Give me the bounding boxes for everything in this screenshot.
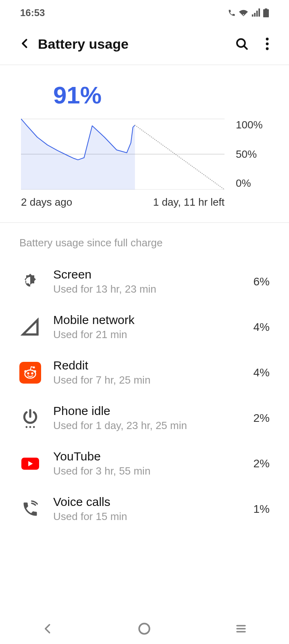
svg-point-4: [266, 47, 269, 50]
svg-line-1: [244, 46, 247, 49]
svg-point-9: [27, 372, 29, 374]
brightness-icon: [19, 271, 41, 293]
x-axis-labels: 2 days ago 1 day, 11 hr left: [21, 196, 268, 208]
usage-name: Voice calls: [53, 495, 254, 509]
svg-point-17: [33, 426, 35, 428]
page-title: Battery usage: [38, 36, 231, 52]
usage-name: Reddit: [53, 359, 254, 372]
nav-recents-button[interactable]: [235, 623, 247, 636]
usage-subtitle: Used for 21 min: [53, 328, 254, 341]
youtube-icon: [19, 453, 41, 475]
usage-item[interactable]: YouTube Used for 3 hr, 55 min 2%: [0, 441, 289, 486]
system-nav-bar: [0, 615, 289, 644]
usage-percent: 1%: [254, 503, 270, 516]
clock: 16:53: [20, 7, 45, 19]
usage-item[interactable]: Screen Used for 13 hr, 23 min 6%: [0, 259, 289, 304]
svg-point-10: [31, 372, 33, 374]
usage-percent: 4%: [254, 321, 270, 334]
usage-text: Reddit Used for 7 hr, 25 min: [53, 359, 254, 386]
usage-item[interactable]: Voice calls Used for 15 min 1%: [0, 486, 289, 532]
svg-point-13: [24, 370, 27, 372]
usage-text: Voice calls Used for 15 min: [53, 495, 254, 523]
svg-point-3: [266, 43, 269, 45]
svg-point-14: [33, 366, 35, 368]
usage-subtitle: Used for 3 hr, 55 min: [53, 465, 254, 477]
usage-percent: 6%: [254, 275, 270, 288]
more-vert-icon: [266, 37, 269, 51]
phone-icon: [19, 498, 41, 520]
back-button[interactable]: [10, 34, 38, 54]
search-icon: [235, 37, 249, 51]
status-bar: 16:53: [0, 0, 289, 23]
y-tick-0: 0%: [236, 177, 268, 190]
y-axis-labels: 100% 50% 0%: [236, 119, 268, 190]
wifi-icon: [239, 8, 248, 17]
chevron-left-icon: [19, 38, 31, 49]
usage-text: Phone idle Used for 1 day, 23 hr, 25 min: [53, 404, 254, 432]
phone-call-icon: [228, 9, 236, 17]
usage-list: Screen Used for 13 hr, 23 min 6% Mobile …: [0, 259, 289, 532]
nav-home-button[interactable]: [137, 622, 151, 637]
usage-item[interactable]: Reddit Used for 7 hr, 25 min 4%: [0, 350, 289, 395]
circle-icon: [137, 622, 151, 636]
nav-back-button[interactable]: [42, 623, 54, 636]
x-end-label: 1 day, 11 hr left: [123, 196, 225, 208]
signal-icon: [19, 316, 41, 338]
hamburger-icon: [235, 623, 247, 635]
search-button[interactable]: [231, 33, 253, 55]
svg-point-12: [34, 370, 36, 372]
power-icon: [19, 407, 41, 429]
svg-point-16: [29, 426, 31, 428]
usage-text: YouTube Used for 3 hr, 55 min: [53, 450, 254, 477]
battery-icon: [263, 8, 269, 17]
svg-point-15: [25, 426, 27, 428]
usage-subtitle: Used for 13 hr, 23 min: [53, 283, 254, 295]
usage-item[interactable]: Mobile network Used for 21 min 4%: [0, 304, 289, 350]
usage-percent: 2%: [254, 412, 270, 425]
chevron-left-icon: [42, 623, 54, 635]
x-start-label: 2 days ago: [21, 196, 123, 208]
battery-chart-section: 91% 100% 50% 0% 2 days ago 1 day, 11 hr …: [0, 65, 289, 222]
signal-icon: [251, 8, 260, 17]
usage-name: Phone idle: [53, 404, 254, 418]
battery-chart[interactable]: [21, 119, 225, 190]
status-icons: [228, 8, 269, 17]
usage-name: Mobile network: [53, 313, 254, 327]
usage-percent: 2%: [254, 457, 270, 470]
y-tick-50: 50%: [236, 148, 268, 161]
usage-name: YouTube: [53, 450, 254, 463]
usage-name: Screen: [53, 268, 254, 281]
usage-subtitle: Used for 15 min: [53, 510, 254, 523]
svg-point-18: [139, 623, 150, 634]
usage-subtitle: Used for 1 day, 23 hr, 25 min: [53, 419, 254, 432]
y-tick-100: 100%: [236, 119, 268, 131]
usage-text: Screen Used for 13 hr, 23 min: [53, 268, 254, 295]
section-header: Battery usage since full charge: [0, 223, 289, 259]
usage-percent: 4%: [254, 366, 270, 379]
reddit-icon: [19, 362, 41, 384]
usage-text: Mobile network Used for 21 min: [53, 313, 254, 341]
battery-percent: 91%: [53, 81, 268, 109]
app-bar: Battery usage: [0, 23, 289, 64]
overflow-menu-button[interactable]: [262, 33, 273, 55]
usage-subtitle: Used for 7 hr, 25 min: [53, 374, 254, 386]
usage-item[interactable]: Phone idle Used for 1 day, 23 hr, 25 min…: [0, 395, 289, 441]
svg-point-2: [266, 38, 269, 41]
